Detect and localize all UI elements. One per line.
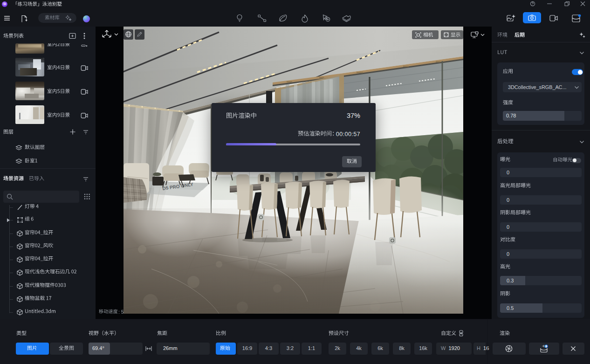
svg-text:9: 9 [545, 344, 547, 348]
